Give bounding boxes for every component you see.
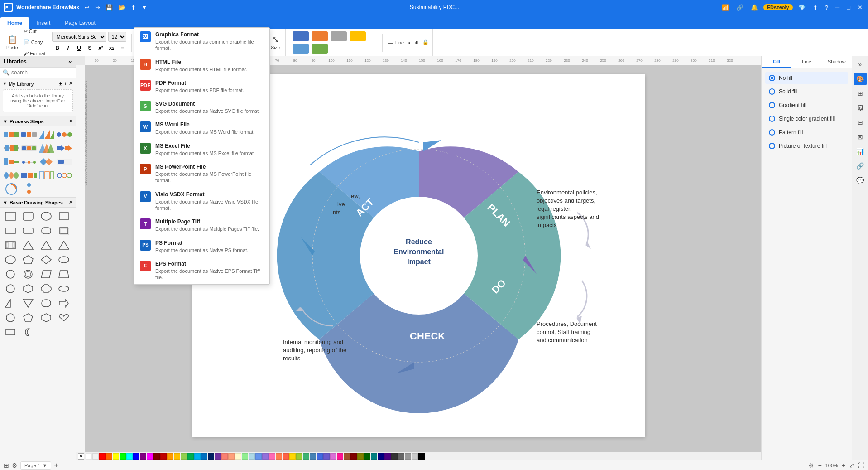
dropdown-word[interactable]: W MS Word File Export the document as MS… bbox=[134, 118, 269, 139]
color-swatch-darkteal[interactable] bbox=[371, 453, 377, 460]
color-swatch-pink1[interactable] bbox=[147, 453, 153, 460]
ps-item-3[interactable] bbox=[38, 128, 55, 141]
color-swatch-slateblue[interactable] bbox=[323, 453, 330, 460]
color-swatch-maroon[interactable] bbox=[350, 453, 357, 460]
tab-page-layout[interactable]: Page Layout bbox=[58, 17, 102, 29]
expand-right-button[interactable]: » bbox=[854, 58, 867, 71]
dropdown-tiff[interactable]: T Multiple Page Tiff Export the document… bbox=[134, 215, 269, 236]
color-swatch-teal1[interactable] bbox=[126, 453, 133, 460]
color-swatch-peach[interactable] bbox=[228, 453, 235, 460]
redo-button[interactable]: ↪ bbox=[93, 3, 102, 12]
shape-triangle-3[interactable] bbox=[56, 238, 72, 252]
color-swatch-violet[interactable] bbox=[215, 453, 221, 460]
color-swatch-darkgray[interactable] bbox=[391, 453, 398, 460]
color-swatch-orange1[interactable] bbox=[106, 453, 112, 460]
comment-panel-button[interactable]: 💬 bbox=[854, 174, 867, 187]
color-swatch-lightyellow[interactable] bbox=[235, 453, 241, 460]
shape-rect-fill[interactable] bbox=[3, 224, 18, 237]
fill-option-pattern[interactable]: Pattern fill bbox=[765, 126, 848, 138]
paste-button[interactable]: 📋 Paste bbox=[4, 31, 21, 54]
bold-button[interactable]: B bbox=[52, 43, 62, 53]
sidebar-collapse-button[interactable]: « bbox=[68, 58, 72, 65]
my-library-close-button[interactable]: ✕ bbox=[69, 81, 73, 87]
color-swatch-orchid[interactable] bbox=[330, 453, 336, 460]
shape-rounded-fill[interactable] bbox=[20, 224, 36, 237]
ps-item-12[interactable] bbox=[56, 155, 73, 168]
dropdown-html[interactable]: H HTML File Export the document as HTML … bbox=[134, 55, 269, 76]
ps-item-16[interactable] bbox=[56, 169, 73, 182]
shape-oval[interactable] bbox=[56, 282, 72, 296]
fill-option-gradient[interactable]: Gradient fill bbox=[765, 99, 848, 111]
color-swatch-medgray[interactable] bbox=[398, 453, 404, 460]
page-1-tab[interactable]: Page-1 ▼ bbox=[20, 461, 51, 470]
ps-item-8[interactable] bbox=[56, 142, 73, 155]
close-button[interactable]: ✕ bbox=[856, 3, 864, 12]
dropdown-ps[interactable]: PS PS Format Export the document as Nati… bbox=[134, 236, 269, 257]
color-swatch-gold[interactable] bbox=[289, 453, 296, 460]
ps-item-1[interactable] bbox=[3, 128, 19, 141]
color-swatch-deeppink[interactable] bbox=[337, 453, 343, 460]
font-size-select[interactable]: 12 bbox=[108, 32, 126, 42]
shape-triangle-4[interactable] bbox=[3, 296, 18, 310]
fullscreen-button[interactable]: ⛶ bbox=[858, 462, 864, 469]
no-color-button[interactable]: ✕ bbox=[78, 453, 84, 460]
color-swatch-lightgreen1[interactable] bbox=[242, 453, 248, 460]
superscript-button[interactable]: x² bbox=[96, 43, 106, 53]
dropdown-ppt[interactable]: P MS PowerPoint File Export the document… bbox=[134, 160, 269, 188]
dropdown-visio[interactable]: V Visio VSDX Format Export the document … bbox=[134, 188, 269, 215]
color-swatch-lime[interactable] bbox=[181, 453, 187, 460]
theme-shape-2[interactable] bbox=[312, 31, 328, 41]
shape-rect-shadow[interactable] bbox=[56, 224, 72, 237]
shape-trapezoid[interactable] bbox=[56, 267, 72, 281]
ps-item-18[interactable] bbox=[20, 183, 37, 195]
color-swatch-tomato[interactable] bbox=[283, 453, 289, 460]
color-swatch-cornblue[interactable] bbox=[255, 453, 262, 460]
color-swatch-darkred[interactable] bbox=[160, 453, 167, 460]
color-swatch-coral[interactable] bbox=[276, 453, 282, 460]
cut-button[interactable]: ✂ Cut bbox=[22, 29, 48, 37]
shape-parallelogram[interactable] bbox=[38, 267, 54, 281]
color-swatch-blue2[interactable] bbox=[201, 453, 207, 460]
color-swatch-mediumpurple[interactable] bbox=[262, 453, 269, 460]
color-swatch-orange2[interactable] bbox=[167, 453, 173, 460]
fill-option-no-fill[interactable]: No fill bbox=[765, 72, 848, 84]
theme-shape-3[interactable] bbox=[331, 31, 347, 41]
chart-panel-button[interactable]: 📊 bbox=[854, 145, 867, 158]
my-library-import-button[interactable]: + bbox=[64, 81, 67, 87]
theme-shape-4[interactable] bbox=[350, 31, 366, 41]
search-input[interactable] bbox=[11, 69, 76, 76]
shape-triangle-2[interactable] bbox=[38, 238, 54, 252]
process-steps-close[interactable]: ✕ bbox=[69, 118, 73, 124]
shape-film[interactable] bbox=[3, 238, 18, 252]
shape-octagon[interactable] bbox=[38, 282, 54, 296]
color-swatch-sienna[interactable] bbox=[344, 453, 350, 460]
ps-item-6[interactable] bbox=[20, 142, 37, 155]
ps-item-14[interactable] bbox=[20, 169, 37, 182]
fit-page-button[interactable]: ⤢ bbox=[849, 462, 854, 469]
shape-rounded-rect[interactable] bbox=[20, 209, 36, 223]
more-button[interactable]: ▼ bbox=[139, 3, 149, 12]
color-swatch-purple1[interactable] bbox=[140, 453, 146, 460]
color-swatch-gray[interactable] bbox=[405, 453, 411, 460]
ps-item-2[interactable] bbox=[20, 128, 37, 141]
ps-item-11[interactable] bbox=[38, 155, 55, 168]
image-panel-button[interactable]: 🖼 bbox=[854, 102, 867, 114]
shape-moon[interactable] bbox=[20, 325, 36, 339]
dropdown-excel[interactable]: X MS Excel File Export the document as M… bbox=[134, 139, 269, 160]
page-settings-button[interactable]: ⚙ bbox=[12, 462, 18, 469]
minimize-button[interactable]: ─ bbox=[834, 3, 841, 12]
help-icon[interactable]: ? bbox=[823, 3, 830, 12]
ps-item-7[interactable] bbox=[38, 142, 55, 155]
ps-item-15[interactable] bbox=[38, 169, 55, 182]
color-swatch-yellow2[interactable] bbox=[174, 453, 180, 460]
grid-button[interactable]: ⊞ bbox=[4, 462, 9, 469]
color-swatch-yellowgreen[interactable] bbox=[296, 453, 302, 460]
dropdown-graphics[interactable]: 🖼 Graphics Format Export the document as… bbox=[134, 28, 269, 55]
subscript-button[interactable]: x₂ bbox=[106, 43, 116, 53]
undo-button[interactable]: ↩ bbox=[83, 3, 91, 12]
shape-circle-double[interactable] bbox=[20, 267, 36, 281]
dropdown-eps[interactable]: E EPS Format Export the document as Nati… bbox=[134, 257, 269, 285]
shape-pentagon[interactable] bbox=[20, 253, 36, 266]
shape-rect[interactable] bbox=[3, 209, 18, 223]
share-icon[interactable]: 🔗 bbox=[734, 3, 745, 12]
